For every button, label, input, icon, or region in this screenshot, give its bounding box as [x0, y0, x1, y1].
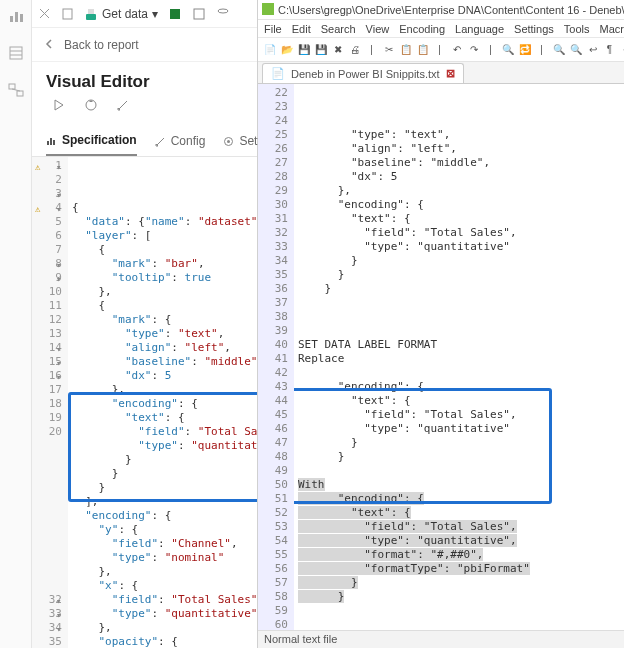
- print-icon[interactable]: 🖨: [347, 42, 362, 57]
- chevron-down-icon: ▾: [152, 7, 158, 21]
- np-tab-label: Deneb in Power BI Snippits.txt: [291, 68, 440, 80]
- np-toolbar[interactable]: 📄 📂 💾 💾 ✖ 🖨 | ✂ 📋 📋 | ↶ ↷ | 🔍 🔁 | 🔍 🔍 ↩ …: [258, 38, 624, 62]
- redo-icon[interactable]: ↷: [466, 42, 481, 57]
- open-icon[interactable]: 📂: [279, 42, 294, 57]
- np-statusbar: Normal text file: [258, 630, 624, 648]
- get-data-label: Get data: [102, 7, 148, 21]
- model-view-icon[interactable]: [8, 82, 24, 101]
- svg-rect-13: [194, 9, 204, 19]
- np-title-path: C:\Users\gregp\OneDrive\Enterprise DNA\C…: [278, 4, 624, 16]
- np-menu-search[interactable]: Search: [321, 23, 356, 35]
- report-view-icon[interactable]: [8, 8, 24, 27]
- panel-title: Visual Editor: [32, 62, 257, 98]
- np-tab-snippets[interactable]: 📄 Deneb in Power BI Snippits.txt ⊠: [262, 63, 464, 83]
- editor-tabs: Specification Config Settings: [32, 125, 257, 157]
- np-titlebar: C:\Users\gregp\OneDrive\Enterprise DNA\C…: [258, 0, 624, 20]
- edit-icon[interactable]: [116, 98, 130, 115]
- wrap-icon[interactable]: ↩: [585, 42, 600, 57]
- np-menu-macro[interactable]: Macro: [599, 23, 624, 35]
- cut-icon[interactable]: ✂: [381, 42, 396, 57]
- data-icon[interactable]: [192, 7, 206, 21]
- copy-icon[interactable]: 📋: [398, 42, 413, 57]
- close-icon[interactable]: ✖: [330, 42, 345, 57]
- new-icon[interactable]: 📄: [262, 42, 277, 57]
- np-menu-encoding[interactable]: Encoding: [399, 23, 445, 35]
- indent-icon[interactable]: ⇥: [619, 42, 624, 57]
- svg-rect-9: [63, 9, 72, 19]
- np-menu-view[interactable]: View: [366, 23, 390, 35]
- svg-rect-10: [86, 14, 96, 20]
- np-menubar[interactable]: FileEditSearchViewEncodingLanguageSettin…: [258, 20, 624, 38]
- cut-icon[interactable]: [38, 7, 51, 20]
- sql-icon[interactable]: [216, 7, 230, 21]
- svg-rect-18: [53, 140, 55, 145]
- tab-spec-label: Specification: [62, 133, 137, 147]
- svg-line-8: [12, 89, 20, 91]
- tab-config-label: Config: [171, 134, 206, 148]
- saveall-icon[interactable]: 💾: [313, 42, 328, 57]
- svg-rect-12: [170, 9, 180, 19]
- replace-icon[interactable]: 🔁: [517, 42, 532, 57]
- save-icon[interactable]: 💾: [296, 42, 311, 57]
- tab-close-icon[interactable]: ⊠: [446, 67, 455, 80]
- refresh-icon[interactable]: [84, 98, 98, 115]
- np-menu-language[interactable]: Language: [455, 23, 504, 35]
- np-document-tabs: 📄 Deneb in Power BI Snippits.txt ⊠: [258, 62, 624, 84]
- chevron-left-icon: [44, 38, 54, 52]
- tab-config[interactable]: Config: [155, 127, 206, 156]
- view-rail[interactable]: [0, 0, 32, 648]
- play-icon[interactable]: [52, 98, 66, 115]
- zoomout-icon[interactable]: 🔍: [568, 42, 583, 57]
- svg-rect-11: [88, 9, 94, 14]
- svg-rect-17: [50, 138, 52, 145]
- svg-rect-21: [262, 3, 274, 15]
- back-label: Back to report: [64, 38, 139, 52]
- allchars-icon[interactable]: ¶: [602, 42, 617, 57]
- get-data-button[interactable]: Get data ▾: [84, 7, 158, 21]
- svg-rect-6: [9, 84, 15, 89]
- svg-rect-1: [15, 12, 18, 22]
- undo-icon[interactable]: ↶: [449, 42, 464, 57]
- svg-rect-3: [10, 47, 22, 59]
- file-icon: 📄: [271, 67, 285, 80]
- svg-rect-16: [47, 141, 49, 145]
- svg-rect-0: [10, 16, 13, 22]
- spec-editor[interactable]: ⚠▾ 1 2▾ 3⚠▾ 4 5 6 7▾ 8▾ 9 10 11 12 13▾ 1…: [32, 157, 257, 648]
- np-menu-tools[interactable]: Tools: [564, 23, 590, 35]
- paste-icon[interactable]: 📋: [415, 42, 430, 57]
- table-view-icon[interactable]: [8, 45, 24, 64]
- svg-rect-7: [17, 91, 23, 96]
- back-to-report[interactable]: Back to report: [32, 28, 257, 62]
- np-editor[interactable]: 2223242526272829303132333435363738394041…: [258, 84, 624, 630]
- svg-rect-2: [20, 14, 23, 22]
- find-icon[interactable]: 🔍: [500, 42, 515, 57]
- np-menu-settings[interactable]: Settings: [514, 23, 554, 35]
- zoomin-icon[interactable]: 🔍: [551, 42, 566, 57]
- excel-icon[interactable]: [168, 7, 182, 21]
- np-menu-file[interactable]: File: [264, 23, 282, 35]
- svg-point-20: [227, 140, 230, 143]
- notepadpp-icon: [262, 3, 274, 17]
- svg-point-14: [218, 9, 228, 13]
- np-menu-edit[interactable]: Edit: [292, 23, 311, 35]
- ribbon: Get data ▾: [32, 0, 257, 28]
- tab-specification[interactable]: Specification: [46, 127, 137, 156]
- paste-icon[interactable]: [61, 7, 74, 20]
